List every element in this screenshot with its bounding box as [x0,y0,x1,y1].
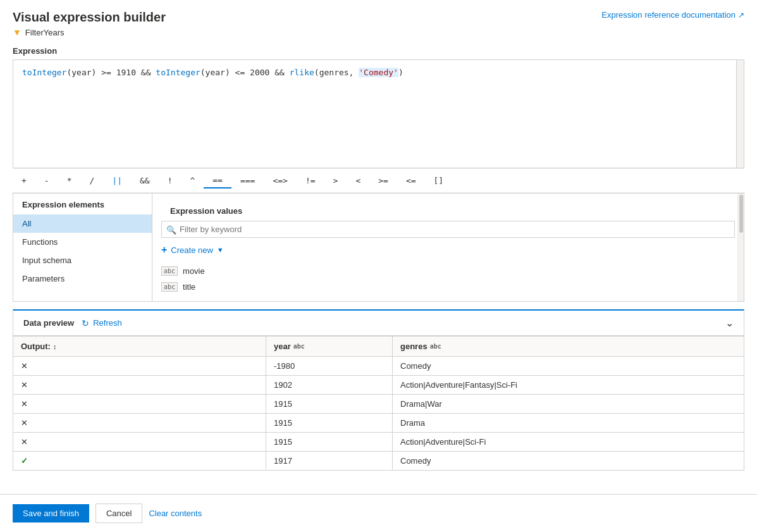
data-preview-section: Data preview ↻ Refresh ⌄ Output: ↕ [13,309,744,471]
footer-bar: Save and finish Cancel Clear contents [0,494,757,532]
row-year-6: 1917 [266,452,393,471]
expr-part-1: toInteger [22,68,66,77]
row-output-3: ✕ [13,395,266,414]
data-preview-header: Data preview ↻ Refresh ⌄ [13,309,744,336]
expression-wrapper: toInteger(year) >= 1910 && toInteger(yea… [13,59,744,168]
row-output-2: ✕ [13,376,266,395]
row-year-1: -1980 [266,357,393,376]
op-not[interactable]: ! [159,173,182,188]
row-genres-6: Comedy [393,452,744,471]
expression-editor[interactable]: toInteger(year) >= 1910 && toInteger(yea… [13,60,744,168]
right-panel-scrollbar[interactable] [737,194,744,301]
table-row: ✕ 1915 Action|Adventure|Sci-Fi [13,433,744,452]
expression-values-title: Expression values [161,200,735,221]
row-genres-4: Drama [393,414,744,433]
plus-icon: + [161,244,167,256]
x-icon-5: ✕ [21,437,28,447]
op-neq[interactable]: != [297,173,324,188]
filter-icon: ▼ [13,27,22,37]
nav-item-all[interactable]: All [13,214,152,233]
expression-values-panel: Expression values 🔍 + Create new ▼ abc m… [152,194,744,301]
op-gte[interactable]: >= [369,173,397,188]
op-plus[interactable]: + [13,173,35,188]
row-genres-3: Drama|War [393,395,744,414]
row-output-5: ✕ [13,433,266,452]
year-label: year [274,342,291,351]
abc-badge-movie: abc [161,266,178,276]
x-icon-2: ✕ [21,380,28,390]
check-icon-6: ✓ [21,456,28,466]
refresh-icon: ↻ [82,318,89,328]
create-new-button[interactable]: + Create new ▼ [161,244,224,256]
search-icon: 🔍 [166,225,176,234]
op-minus[interactable]: - [35,173,58,188]
table-row: ✕ 1902 Action|Adventure|Fantasy|Sci-Fi [13,376,744,395]
op-gt[interactable]: > [324,173,347,188]
op-bracket[interactable]: [] [425,173,453,188]
value-item-title[interactable]: abc title [161,279,735,295]
expression-elements-title: Expression elements [13,194,152,214]
row-output-6: ✓ [13,452,266,471]
col-header-year: year abc [266,337,393,357]
nav-item-parameters[interactable]: Parameters [13,269,152,288]
op-multiply[interactable]: * [58,173,81,188]
row-output-1: ✕ [13,357,266,376]
filter-input-wrap: 🔍 [161,221,735,238]
nav-item-input-schema[interactable]: Input schema [13,251,152,269]
value-label-movie: movie [183,266,205,276]
table-body: ✕ -1980 Comedy ✕ 1902 Action|Adventure|F… [13,357,744,471]
expression-label: Expression [13,46,744,56]
chevron-down-icon: ▼ [217,246,224,254]
refresh-label: Refresh [93,318,122,328]
expr-part-2: (year) >= 1910 && [66,68,156,77]
operator-bar: + - * / || && ! ^ == === <=> != > < >= <… [13,168,744,193]
cancel-button[interactable]: Cancel [95,504,142,523]
split-panel: Expression elements All Functions Input … [13,193,744,302]
x-icon-3: ✕ [21,399,28,409]
year-badge: abc [293,343,305,350]
op-xor[interactable]: ^ [181,173,204,188]
genres-label: genres [400,342,428,351]
op-lt[interactable]: < [347,173,369,188]
row-year-3: 1915 [266,395,393,414]
expr-part-5: rlike [290,68,314,77]
op-lte[interactable]: <= [397,173,425,188]
op-spaceship[interactable]: <=> [264,173,296,188]
table-row: ✓ 1917 Comedy [13,452,744,471]
op-and[interactable]: && [131,173,159,188]
save-finish-button[interactable]: Save and finish [13,504,89,523]
output-sort-icon: ↕ [53,343,57,350]
row-genres-1: Comedy [393,357,744,376]
refresh-button[interactable]: ↻ Refresh [82,318,122,328]
expr-part-8: ) [398,68,403,77]
value-item-movie[interactable]: abc movie [161,263,735,279]
op-strict-eq[interactable]: === [231,173,264,188]
row-year-2: 1902 [266,376,393,395]
clear-contents-button[interactable]: Clear contents [149,509,202,518]
nav-item-functions[interactable]: Functions [13,233,152,251]
row-genres-2: Action|Adventure|Fantasy|Sci-Fi [393,376,744,395]
x-icon-4: ✕ [21,418,28,428]
expr-part-3: toInteger [156,68,200,77]
filter-input[interactable] [161,221,735,238]
op-eq[interactable]: == [204,173,231,189]
collapse-button[interactable]: ⌄ [725,317,734,329]
data-preview-title: Data preview [23,318,74,328]
external-link-icon: ↗ [738,11,744,20]
expression-scrollbar[interactable] [736,60,744,168]
table-row: ✕ 1915 Drama|War [13,395,744,414]
doc-link-text: Expression reference documentation [601,10,735,20]
op-divide[interactable]: / [80,173,103,188]
subtitle-label: FilterYears [25,28,65,37]
page-title: Visual expression builder [13,10,166,25]
abc-badge-title: abc [161,282,178,292]
row-year-5: 1915 [266,433,393,452]
op-or[interactable]: || [103,173,131,188]
expr-part-6: (genres, [314,68,359,77]
row-year-4: 1915 [266,414,393,433]
data-table: Output: ↕ year abc genres abc [13,336,744,471]
genres-badge: abc [430,343,441,350]
doc-link[interactable]: Expression reference documentation ↗ [601,10,744,20]
col-header-output: Output: ↕ [13,337,266,357]
table-header-row: Output: ↕ year abc genres abc [13,337,744,357]
